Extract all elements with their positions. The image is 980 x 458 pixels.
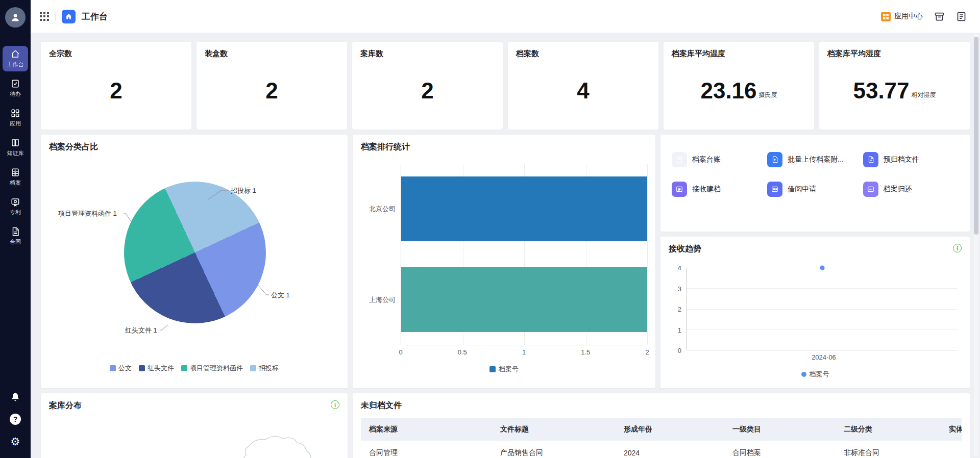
sidebar-item-knowledge[interactable]: 知证库 (3, 135, 28, 160)
sidebar-item-workbench[interactable]: 工作台 (3, 46, 28, 71)
y-tick: 1 (678, 326, 681, 334)
quick-actions-card: 档案台账 批量上传档案附... (660, 135, 970, 232)
legend-label: 招投标 (259, 364, 279, 373)
workbench-home-icon[interactable] (62, 10, 76, 23)
sidebar-item-todo[interactable]: 待办 (3, 75, 28, 101)
repository-map[interactable] (49, 411, 339, 458)
pie-chart-title: 档案分类占比 (49, 142, 339, 152)
pie-label-bidding: 招投标 1 (231, 186, 256, 195)
map-outline (49, 411, 339, 458)
x-tick: 0.5 (458, 348, 467, 356)
stat-card-repositories: 案库数 2 (352, 42, 503, 130)
person-icon (10, 12, 20, 22)
legend-label: 公文 (118, 364, 132, 373)
stat-value: 2 (110, 78, 122, 104)
stat-value: 53.77 (853, 78, 909, 104)
pie-label-official-doc: 公文 1 (271, 291, 290, 300)
bar-category: 上海公司 (369, 295, 396, 304)
bar-category-labels: 北京公司 上海公司 (361, 164, 401, 345)
col-file-title: 文件标题 (492, 418, 616, 441)
app-center-button[interactable]: 应用中心 (881, 12, 923, 21)
app-center-icon (881, 12, 891, 21)
x-tick: 2024-06 (812, 353, 836, 361)
bars (401, 164, 647, 345)
action-receive-create[interactable]: 接收建档 (672, 182, 767, 197)
bell-icon[interactable] (10, 392, 20, 402)
action-batch-upload[interactable]: 批量上传档案附... (767, 152, 863, 167)
stat-label: 装盒数 (205, 49, 339, 59)
sidebar-item-label: 应用 (10, 120, 21, 128)
legend-item[interactable]: 招投标 (250, 364, 279, 373)
y-tick: 2 (678, 306, 681, 313)
info-icon[interactable]: i (953, 244, 962, 252)
help-icon[interactable]: ? (10, 414, 21, 425)
ledger-icon (672, 152, 687, 167)
bar-x-axis: 0 0.5 1 1.5 2 (401, 348, 647, 359)
pie-legend: 公文 红头文件 项目管理资料函件 招投标 (49, 364, 339, 373)
action-prearchive-files[interactable]: 预归档文件 (863, 152, 959, 167)
document-list-icon[interactable] (956, 11, 967, 22)
y-tick: 4 (678, 264, 681, 272)
bar-legend[interactable]: 档案号 (361, 365, 647, 374)
gridline (687, 309, 958, 310)
grid-menu-icon[interactable] (40, 12, 49, 21)
action-label: 档案台账 (692, 155, 721, 164)
info-icon[interactable]: i (331, 400, 339, 409)
sidebar: 工作台 待办 应用 知证库 档案 专利 (0, 0, 31, 458)
sidebar-item-label: 合同 (10, 238, 21, 246)
prearchive-icon (863, 152, 878, 167)
bar-beijing[interactable] (401, 176, 647, 241)
scrollbar-thumb[interactable] (974, 37, 978, 235)
stat-card-temperature: 档案库平均温度 23.16 摄氏度 (664, 42, 814, 130)
trend-legend[interactable]: 档案号 (669, 370, 962, 379)
gridline (687, 288, 958, 289)
receive-create-icon (672, 182, 687, 197)
top-header: 工作台 应用中心 (31, 0, 980, 33)
sidebar-item-archives[interactable]: 档案 (3, 164, 28, 190)
user-avatar[interactable] (5, 7, 26, 28)
table-header-row: 档案来源 文件标题 形成年份 一级类目 二级分类 实体份数 (361, 418, 962, 441)
home-icon (65, 13, 72, 20)
legend-item[interactable]: 项目管理资料函件 (181, 364, 243, 373)
sidebar-item-label: 知证库 (7, 149, 24, 157)
stat-card-humidity: 档案库平均湿度 53.77 相对湿度 (819, 42, 970, 130)
action-label: 批量上传档案附... (788, 155, 844, 164)
gear-icon[interactable]: ⚙ (11, 436, 20, 447)
page-title: 工作台 (82, 11, 108, 22)
sidebar-item-contracts[interactable]: 合同 (3, 223, 28, 249)
stat-label: 档案数 (516, 49, 650, 59)
bar-chart-title: 档案排行统计 (361, 142, 647, 152)
action-borrow-request[interactable]: 借阅申请 (767, 182, 863, 197)
vertical-scrollbar[interactable] (974, 34, 978, 456)
action-label: 预归档文件 (884, 155, 919, 164)
cell-file-title: 产品销售合同 (492, 441, 616, 458)
action-archive-return[interactable]: 档案归还 (863, 182, 959, 197)
legend-item[interactable]: 公文 (110, 364, 132, 373)
legend-swatch (110, 365, 116, 371)
batch-upload-icon (767, 152, 782, 167)
legend-dot (801, 372, 806, 377)
app-center-label: 应用中心 (894, 12, 923, 21)
archive-box-icon[interactable] (934, 11, 945, 22)
table-row[interactable]: 合同管理 产品销售合同 2024 合同档案 非标准合同 (361, 441, 962, 458)
action-label: 接收建档 (692, 185, 721, 194)
pie-label-project-docs: 项目管理资料函件 1 (58, 209, 117, 218)
archive-cabinet-icon (11, 168, 20, 177)
data-point[interactable] (820, 266, 824, 270)
archive-return-icon (863, 182, 878, 197)
legend-item[interactable]: 红头文件 (139, 364, 174, 373)
action-archive-ledger[interactable]: 档案台账 (672, 152, 767, 167)
legend-label: 档案号 (810, 370, 829, 379)
legend-swatch (250, 365, 256, 371)
stat-card-archives: 档案数 4 (508, 42, 658, 130)
pie-label-red-header: 红头文件 1 (125, 326, 157, 335)
stat-value: 2 (265, 78, 278, 104)
sidebar-item-apps[interactable]: 应用 (3, 105, 28, 131)
legend-swatch (139, 365, 145, 371)
legend-label: 红头文件 (148, 364, 174, 373)
x-tick: 1.5 (581, 348, 590, 356)
sidebar-item-patents[interactable]: 专利 (3, 194, 28, 219)
action-label: 档案归还 (884, 185, 912, 194)
bar-shanghai[interactable] (401, 267, 647, 332)
book-icon (11, 138, 20, 147)
